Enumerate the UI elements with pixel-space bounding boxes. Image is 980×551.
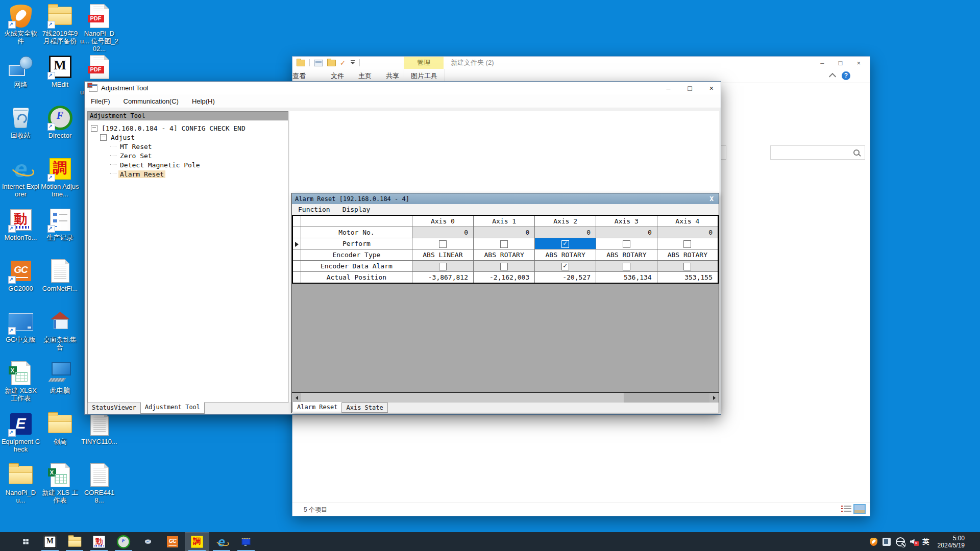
taskbar-director[interactable]: F: [111, 532, 136, 551]
desktop-icon-equipment-check[interactable]: EEquipment Check: [1, 411, 40, 453]
horizontal-scrollbar[interactable]: [292, 392, 719, 403]
checkbox-checked[interactable]: [561, 240, 569, 248]
manage-ribbon-tab[interactable]: 管理: [404, 57, 444, 69]
tree-item-mt-reset[interactable]: MT Reset: [88, 142, 288, 151]
ribbon-tab-3[interactable]: 查看: [292, 69, 306, 83]
desktop-icon-backup-folder[interactable]: 7线2019年9月程序备份: [40, 3, 80, 45]
customize-arrow-icon[interactable]: [351, 60, 355, 65]
tree-item-adjust[interactable]: Adjust: [88, 133, 288, 142]
display-icon[interactable]: [314, 60, 323, 66]
desktop-icon-production-record[interactable]: 生产记录: [40, 207, 80, 241]
details-view-icon[interactable]: [844, 506, 851, 512]
checkbox-unchecked[interactable]: [623, 240, 630, 248]
checkbox-unchecked[interactable]: [500, 263, 508, 270]
language-indicator[interactable]: 英: [923, 537, 929, 546]
network-blocked-icon[interactable]: [896, 537, 905, 546]
minimize-button[interactable]: –: [820, 59, 824, 67]
expander-icon[interactable]: [91, 125, 97, 132]
grid-cell[interactable]: [474, 238, 535, 249]
thumbnail-view-icon[interactable]: [853, 504, 866, 514]
column-header-axis-3[interactable]: Axis 3: [596, 215, 657, 227]
folder-icon[interactable]: [297, 60, 305, 66]
grid-cell[interactable]: [657, 238, 718, 249]
taskbar-motion-adjustment[interactable]: 調: [185, 532, 209, 551]
desktop-icon-gc-chinese[interactable]: GC中文版: [1, 309, 40, 343]
taskbar-medit[interactable]: M: [38, 532, 62, 551]
desktop-icon-director[interactable]: FDirector: [40, 105, 80, 139]
grid-cell[interactable]: ABS ROTARY: [535, 249, 596, 261]
desktop-icon-nanopi-pdf-1[interactable]: PDFNanoPi_Du... 位号图_202...: [80, 3, 119, 53]
desktop-icon-chuanggao[interactable]: 创高: [40, 411, 80, 445]
taskbar-gc2000[interactable]: GC: [160, 532, 185, 551]
scrollbar-thumb[interactable]: [301, 393, 624, 403]
checkbox-unchecked[interactable]: [683, 263, 691, 270]
grid-cell[interactable]: 0: [535, 227, 596, 238]
scrollbar-track[interactable]: [301, 393, 709, 403]
checkbox-unchecked[interactable]: [500, 240, 508, 248]
tree-item-root[interactable]: [192.168.0.184 - 4] CONFIG CHECK END: [88, 123, 288, 133]
grid-cell[interactable]: 353,155: [657, 272, 718, 284]
tab-axis-state[interactable]: Axis State: [341, 403, 387, 413]
window-titlebar[interactable]: Adjustment Tool –□×: [85, 82, 721, 94]
volume-muted-icon[interactable]: [910, 538, 918, 545]
checkbox-unchecked[interactable]: [439, 240, 447, 248]
scroll-right-icon[interactable]: [709, 393, 719, 403]
grid-cell[interactable]: [596, 238, 657, 249]
desktop-icon-core4418[interactable]: CORE4418...: [80, 462, 119, 504]
desktop-icon-tinyc110[interactable]: TINYC110...: [80, 411, 119, 445]
desktop-icon-gc2000[interactable]: GCGC2000: [1, 258, 40, 292]
desktop-icon-recycle-bin[interactable]: 回收站: [1, 105, 40, 139]
grid-cell[interactable]: [535, 238, 596, 249]
grid-cell[interactable]: -20,527: [535, 272, 596, 284]
taskbar-internet-explorer[interactable]: e: [209, 532, 234, 551]
grid-cell[interactable]: [657, 261, 718, 272]
grid-cell[interactable]: 0: [657, 227, 718, 238]
desktop-icon-internet-explorer[interactable]: eInternet Explorer: [1, 156, 40, 198]
column-header-axis-0[interactable]: Axis 0: [412, 215, 473, 227]
desktop-icon-desktop-misc[interactable]: 桌面杂乱集合: [40, 309, 80, 351]
menu-help[interactable]: Help(H): [192, 97, 215, 105]
grid-cell[interactable]: ABS ROTARY: [474, 249, 535, 261]
grid-cell[interactable]: -3,867,812: [412, 272, 473, 284]
huorong-tray-icon[interactable]: [870, 538, 877, 546]
grid-cell[interactable]: [535, 261, 596, 272]
desktop-icon-huorong-security[interactable]: 火绒安全软件: [1, 3, 40, 45]
column-header-axis-4[interactable]: Axis 4: [657, 215, 718, 227]
grid-cell[interactable]: [596, 261, 657, 272]
tab-statusviewer[interactable]: StatusViewer: [87, 403, 141, 414]
ribbon-tab-2[interactable]: 共享: [380, 69, 405, 83]
close-icon[interactable]: X: [707, 193, 716, 204]
grid-cell[interactable]: [412, 261, 473, 272]
maximize-button[interactable]: □: [688, 84, 692, 92]
submenu-display[interactable]: Display: [342, 206, 371, 213]
column-header-axis-2[interactable]: Axis 2: [535, 215, 596, 227]
check-icon[interactable]: [340, 60, 347, 66]
grid-cell[interactable]: ABS ROTARY: [657, 249, 718, 261]
ribbon-tab-1[interactable]: 主页: [353, 69, 377, 83]
grid-cell[interactable]: [474, 261, 535, 272]
desktop-icon-new-xls-sheet[interactable]: X新建 XLS 工作表: [40, 462, 80, 504]
ribbon-tab-0[interactable]: 文件: [325, 69, 350, 83]
desktop-icon-motion-adjustment[interactable]: 調Motion Adjustme...: [40, 156, 80, 198]
search-input[interactable]: [773, 147, 851, 158]
submenu-function[interactable]: Function: [298, 206, 330, 213]
grid-cell[interactable]: 0: [412, 227, 473, 238]
maximize-button[interactable]: □: [839, 59, 843, 67]
tab-alarm-reset[interactable]: Alarm Reset: [292, 402, 342, 412]
desktop-icon-motiontool[interactable]: 動MotionTo...: [1, 207, 40, 241]
grid-cell[interactable]: [412, 238, 473, 249]
checkbox-unchecked[interactable]: [623, 263, 630, 270]
tab-adjustment-tool[interactable]: Adjustment Tool: [140, 402, 205, 414]
close-button[interactable]: ×: [709, 84, 714, 92]
explorer-titlebar[interactable]: 管理 新建文件夹 (2) –□×: [292, 57, 870, 69]
taskbar-snipping[interactable]: [136, 532, 160, 551]
checkbox-unchecked[interactable]: [439, 263, 447, 270]
close-button[interactable]: ×: [856, 59, 861, 67]
checkbox-checked[interactable]: [561, 263, 569, 270]
start-button[interactable]: [13, 532, 38, 551]
folder-icon[interactable]: [327, 60, 336, 66]
menu-communication[interactable]: Communication(C): [124, 97, 179, 105]
grid-cell[interactable]: 0: [596, 227, 657, 238]
grid-cell[interactable]: -2,162,003: [474, 272, 535, 284]
help-button[interactable]: ?: [842, 71, 850, 80]
